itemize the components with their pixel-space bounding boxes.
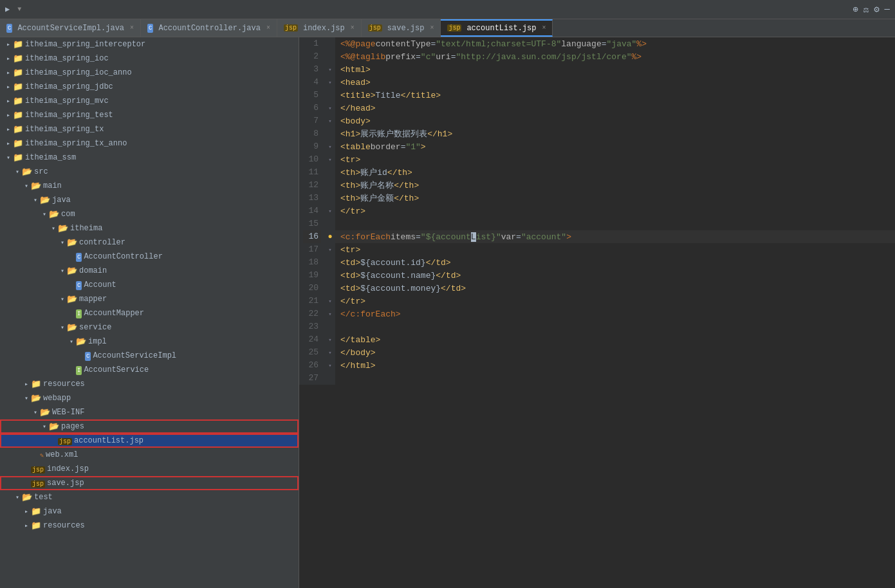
- tree-item-WEB-INF[interactable]: ▾📂WEB-INF: [0, 405, 299, 419]
- code-line[interactable]: <html>: [335, 63, 895, 76]
- code-line[interactable]: <%@ page contentType="text/html;charset=…: [335, 37, 895, 50]
- top-bar: ▶ ▼ ⊕ ⚖ ⚙ —: [0, 0, 895, 19]
- tree-item-test[interactable]: ▾📂test: [0, 490, 299, 504]
- main-content: ▸📁itheima_spring_interceptor▸📁itheima_sp…: [0, 37, 895, 588]
- tree-item-itheima[interactable]: ▾📂itheima: [0, 221, 299, 235]
- tree-label: resources: [43, 380, 85, 389]
- tree-item-itheima_spring_tx_anno[interactable]: ▸📁itheima_spring_tx_anno: [0, 136, 299, 151]
- tree-arrow: ▸: [4, 125, 13, 133]
- code-line[interactable]: </tr>: [335, 205, 895, 217]
- tree-item-impl[interactable]: ▾📂impl: [0, 335, 299, 349]
- tree-arrow: ▸: [22, 380, 31, 388]
- tree-item-itheima_spring_jdbc[interactable]: ▸📁itheima_spring_jdbc: [0, 80, 299, 94]
- tab-AccountServiceImpl[interactable]: C AccountServiceImpl.java ×: [0, 19, 141, 37]
- tree-arrow: ▾: [40, 210, 49, 218]
- code-line[interactable]: <head>: [335, 76, 895, 89]
- tree-item-test-java[interactable]: ▸📁java: [0, 504, 299, 519]
- folder-icon: 📂: [67, 322, 79, 333]
- tree-item-java[interactable]: ▾📂java: [0, 193, 299, 207]
- gutter-item: [325, 166, 335, 179]
- tree-arrow: ▸: [4, 111, 13, 119]
- code-line[interactable]: [335, 217, 895, 230]
- code-line[interactable]: </html>: [335, 359, 895, 372]
- tree-item-webapp[interactable]: ▾📂webapp: [0, 391, 299, 405]
- tree-label: itheima_spring_test: [25, 111, 113, 120]
- code-line[interactable]: <title>Title</title>: [335, 89, 895, 102]
- tree-item-mapper[interactable]: ▾📂mapper: [0, 292, 299, 306]
- code-line[interactable]: </head>: [335, 102, 895, 115]
- code-line[interactable]: [335, 372, 895, 385]
- tree-item-controller[interactable]: ▾📂controller: [0, 235, 299, 250]
- tree-item-itheima_spring_test[interactable]: ▸📁itheima_spring_test: [0, 108, 299, 122]
- code-line[interactable]: <td>${account.id}</td>: [335, 256, 895, 269]
- tree-item-Account[interactable]: CAccount: [0, 278, 299, 292]
- folder-icon: 📁: [31, 506, 43, 517]
- tree-item-itheima_spring_mvc[interactable]: ▸📁itheima_spring_mvc: [0, 94, 299, 108]
- tree-item-domain[interactable]: ▾📂domain: [0, 264, 299, 278]
- folder-icon: 📂: [67, 294, 79, 304]
- tree-item-service[interactable]: ▾📂service: [0, 320, 299, 335]
- code-line[interactable]: <th>账户名称</th>: [335, 179, 895, 192]
- tab-close-icon[interactable]: ×: [266, 24, 270, 32]
- tree-item-AccountController[interactable]: CAccountController: [0, 250, 299, 264]
- tree-label: itheima: [70, 224, 102, 233]
- tree-item-main[interactable]: ▾📂main: [0, 179, 299, 193]
- tree-item-resources[interactable]: ▸📁resources: [0, 377, 299, 391]
- code-line[interactable]: <tr>: [335, 243, 895, 256]
- code-line[interactable]: </body>: [335, 346, 895, 359]
- gutter-item: ●: [325, 230, 335, 243]
- code-line[interactable]: <tr>: [335, 153, 895, 166]
- tree-item-src[interactable]: ▾📂src: [0, 165, 299, 179]
- tab-save-jsp[interactable]: jsp save.jsp ×: [362, 19, 441, 37]
- tab-accountList-jsp[interactable]: jsp accountList.jsp ×: [441, 19, 553, 37]
- tree-item-accountList.jsp[interactable]: jspaccountList.jsp: [0, 434, 299, 448]
- tab-index-jsp[interactable]: jsp index.jsp ×: [277, 19, 362, 37]
- code-line[interactable]: <th>账户金额</th>: [335, 192, 895, 205]
- settings-icon[interactable]: ⊕: [853, 4, 858, 15]
- tree-arrow: ▸: [4, 41, 13, 48]
- code-line[interactable]: <td>${account.name}</td>: [335, 269, 895, 282]
- tree-item-pages[interactable]: ▾📂pages: [0, 419, 299, 434]
- code-line[interactable]: <body>: [335, 115, 895, 127]
- tree-arrow: ▾: [4, 154, 13, 161]
- code-line[interactable]: <table border="1">: [335, 140, 895, 153]
- tree-item-AccountServiceImpl[interactable]: CAccountServiceImpl: [0, 349, 299, 363]
- tree-item-itheima_spring_ioc[interactable]: ▸📁itheima_spring_ioc: [0, 51, 299, 66]
- project-folder-icon: 📁: [13, 152, 25, 163]
- tab-close-icon[interactable]: ×: [351, 24, 355, 32]
- tree-item-AccountService[interactable]: IAccountService: [0, 363, 299, 377]
- tree-item-com[interactable]: ▾📂com: [0, 207, 299, 221]
- line-number: 4: [303, 76, 321, 89]
- code-line[interactable]: [335, 320, 895, 333]
- code-line[interactable]: <h1>展示账户数据列表</h1>: [335, 127, 895, 140]
- code-line[interactable]: <%@ taglib prefix="c" uri="http://java.s…: [335, 50, 895, 63]
- tree-item-web.xml[interactable]: ✎web.xml: [0, 448, 299, 462]
- tab-close-icon[interactable]: ×: [430, 24, 434, 32]
- tree-item-test-resources[interactable]: ▸📁resources: [0, 519, 299, 533]
- tree-label: test: [34, 493, 53, 502]
- gutter-item: [325, 179, 335, 192]
- tree-item-itheima_spring_ioc_anno[interactable]: ▸📁itheima_spring_ioc_anno: [0, 66, 299, 80]
- gear-icon[interactable]: ⚙: [874, 4, 879, 15]
- minimize-icon[interactable]: —: [885, 4, 890, 15]
- code-line[interactable]: </c:forEach>: [335, 308, 895, 320]
- balance-icon[interactable]: ⚖: [863, 4, 869, 15]
- tree-item-itheima_spring_tx[interactable]: ▸📁itheima_spring_tx: [0, 122, 299, 136]
- code-line[interactable]: <c:forEach items="${accountList}" var="a…: [335, 230, 895, 243]
- tab-AccountController[interactable]: C AccountController.java ×: [141, 19, 277, 37]
- code-line[interactable]: <th>账户id</th>: [335, 166, 895, 179]
- code-line[interactable]: </tr>: [335, 295, 895, 308]
- tree-item-AccountMapper[interactable]: IAccountMapper: [0, 306, 299, 320]
- tree-item-save.jsp[interactable]: jspsave.jsp: [0, 476, 299, 490]
- tree-item-index.jsp[interactable]: jspindex.jsp: [0, 462, 299, 476]
- tree-label: domain: [79, 266, 107, 275]
- tree-item-itheima_ssm[interactable]: ▾📁itheima_ssm: [0, 151, 299, 165]
- code-line[interactable]: </table>: [335, 333, 895, 346]
- tab-close-icon[interactable]: ×: [542, 24, 546, 32]
- tab-close-icon[interactable]: ×: [130, 24, 134, 32]
- gutter-item: ▾: [325, 333, 335, 346]
- line-number: 17: [303, 243, 321, 256]
- code-line[interactable]: <td>${account.money}</td>: [335, 282, 895, 295]
- tree-item-itheima_spring_interceptor[interactable]: ▸📁itheima_spring_interceptor: [0, 37, 299, 51]
- code-editor[interactable]: 1234567891011121314151617181920212223242…: [299, 37, 895, 588]
